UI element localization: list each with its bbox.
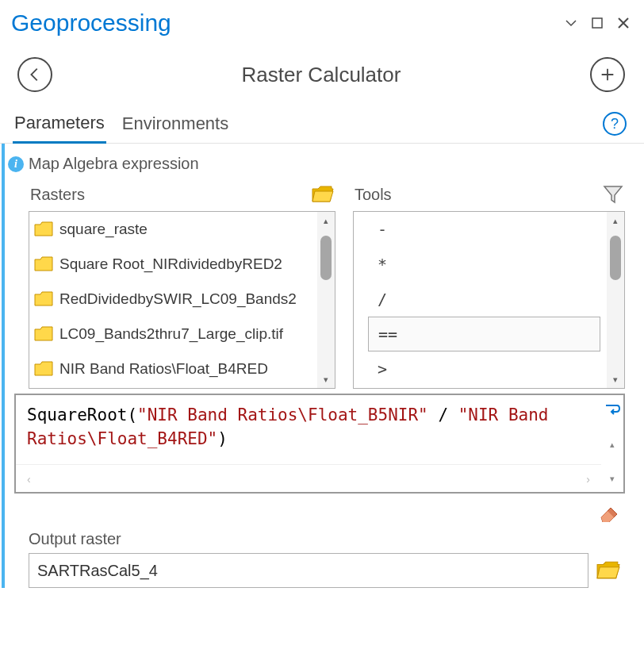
close-icon[interactable] [614,17,633,29]
wrap-icon[interactable] [604,403,620,416]
info-icon: i [8,156,24,172]
raster-item: RedDividedbySWIR_LC09_Bands2 [29,282,317,317]
tool-item: - [354,212,607,247]
maximize-icon[interactable] [588,17,606,29]
tool-item: > [354,351,607,386]
tool-item: / [354,282,607,317]
scroll-up-icon: ▴ [607,212,624,229]
browse-folder-icon[interactable] [596,561,620,580]
filter-icon[interactable] [603,184,623,205]
scroll-down-icon: ▾ [317,371,335,388]
back-button[interactable] [17,57,52,92]
raster-item: NIR Band Ratios\Float_B4RED [29,351,317,386]
expression-input[interactable]: SquareRoot("NIR Band Ratios\Float_B5NIR"… [14,394,625,494]
tools-list[interactable]: - * / == > ▴ ▾ [353,211,625,389]
rasters-header: Rasters [30,186,85,204]
tool-item: * [354,247,607,282]
rasters-list[interactable]: square_raste Square Root_NIRdividedbyRED… [29,211,335,389]
raster-item: Square Root_NIRdividedbyRED2 [29,247,317,282]
eraser-icon[interactable] [596,503,620,522]
tab-parameters[interactable]: Parameters [13,108,106,144]
scroll-down-icon: ▾ [607,371,624,388]
expression-label: Map Algebra expression [29,155,199,173]
svg-rect-0 [592,18,602,28]
help-icon[interactable]: ? [603,112,627,136]
tool-item-selected: == [368,317,600,351]
scrollbar[interactable]: ▴ ▾ [317,212,335,388]
add-button[interactable] [590,57,625,92]
scrollbar[interactable]: ▴ ▾ [607,212,624,388]
output-raster-label: Output raster [29,530,620,553]
hscroll[interactable]: ‹› [16,464,601,492]
scroll-up-icon: ▴ [317,212,335,229]
scroll-down-icon[interactable]: ▾ [610,474,615,484]
output-raster-input[interactable] [29,553,588,588]
tool-title: Raster Calculator [63,63,579,87]
folder-icon[interactable] [312,186,334,203]
tools-header: Tools [355,186,392,204]
raster-item: square_raste [29,212,317,247]
scroll-up-icon[interactable]: ▴ [610,440,615,450]
pane-title: Geoprocessing [11,10,562,36]
tab-environments[interactable]: Environments [121,109,231,142]
dropdown-icon[interactable] [562,17,581,29]
raster-item: LC09_Bands2thru7_Large_clip.tif [29,317,317,351]
